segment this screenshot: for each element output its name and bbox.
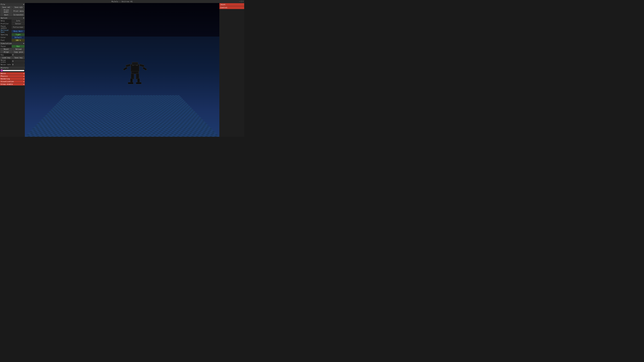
watch-icon: ◄: [23, 73, 24, 74]
busy-wait-btn[interactable]: Busy Wait: [12, 30, 24, 32]
option-section-header[interactable]: Option ▼: [0, 16, 25, 19]
simulation-key-row: Key: [0, 53, 25, 56]
run-btn[interactable]: Run: [12, 45, 24, 48]
control-item[interactable]: Control: [219, 6, 244, 9]
file-row2: Print model Print data: [0, 9, 25, 13]
file-section-header[interactable]: File ▼: [0, 3, 25, 6]
copy-pose-btn[interactable]: Copy pose: [12, 51, 24, 53]
simulation-noise-rate-row: Noise rate: [0, 63, 25, 66]
option-help-row: Help Info: [0, 19, 25, 22]
screenshot-btn[interactable]: Screenshot: [12, 13, 24, 16]
save-mjb-btn[interactable]: Save mjb: [12, 6, 24, 8]
file-row3: Quit Screenshot: [0, 13, 25, 16]
option-collapse-icon: ▼: [23, 17, 24, 19]
titlebar: MuJoCo : Unitree H1 — □ ✕: [0, 0, 244, 3]
left-panel: File ▼ Save xml Save mjb Print model Pri…: [0, 3, 25, 137]
default-color-btn[interactable]: Default: [12, 36, 24, 39]
simulation-collapse-icon: ▼: [23, 42, 24, 44]
reload-btn[interactable]: Reload: [12, 48, 24, 50]
svg-rect-4: [123, 67, 128, 70]
group-enable-label: Group enable: [1, 83, 13, 85]
rendering-section[interactable]: Rendering ◄: [0, 78, 25, 80]
maximize-btn[interactable]: □: [241, 0, 242, 2]
print-data-btn[interactable]: Print data: [12, 9, 24, 13]
file-collapse-icon: ▼: [23, 3, 24, 5]
print-model-btn[interactable]: Print model: [0, 9, 12, 13]
history-slider-container: [0, 69, 25, 72]
pause-label: Pause: [0, 45, 12, 47]
group-enable-icon: ◄: [23, 83, 24, 85]
align-btn[interactable]: Align: [0, 51, 12, 53]
joint-label: Joint: [220, 4, 226, 5]
physics-section[interactable]: Physics ◄: [0, 75, 25, 77]
svg-rect-12: [136, 82, 142, 84]
file-row1: Save xml Save mjb: [0, 6, 25, 9]
simulation-reset-row: Reset Reload: [0, 48, 25, 51]
option-section-label: Option: [1, 17, 8, 19]
svg-rect-1: [132, 62, 138, 65]
simulation-section-label: Simulation: [1, 42, 12, 44]
grid-floor: [25, 95, 219, 137]
minimize-btn[interactable]: —: [239, 0, 240, 2]
vsync-label: Vertical Sync: [0, 29, 12, 33]
fullscreen-btn[interactable]: Fullscreen: [12, 26, 24, 28]
key-input[interactable]: [12, 54, 24, 56]
option-pause-update-row: Pause update Fullscreen: [0, 25, 25, 29]
font-size-btn[interactable]: 100 %: [12, 39, 24, 41]
visualization-label: Visualization: [1, 81, 14, 82]
spacing-label: Spacing: [0, 34, 12, 35]
font-label: Font: [0, 39, 12, 41]
noise-rate-label: Noise rate: [0, 64, 12, 65]
robot-figure: [118, 59, 152, 86]
svg-rect-11: [128, 82, 133, 84]
simulation-align-row: Align Copy pose: [0, 51, 25, 53]
save-xml-btn[interactable]: Save xml: [0, 6, 12, 8]
group-enable-section[interactable]: Group enable ◄: [0, 83, 25, 85]
noise-scale-label: Noise scale: [0, 59, 12, 63]
history-section-label: History: [1, 67, 8, 69]
svg-rect-0: [131, 64, 139, 72]
profiler-label: Profiler: [0, 23, 12, 25]
visualization-section[interactable]: Visualization ◄: [0, 80, 25, 83]
file-section-label: File: [1, 3, 5, 5]
rendering-icon: ◄: [23, 78, 24, 80]
help-info-btn[interactable]: Info: [12, 19, 24, 22]
rendering-label: Rendering: [1, 78, 10, 80]
profiler-sensor-btn[interactable]: Sensor: [12, 22, 24, 25]
noise-scale-input[interactable]: [12, 60, 24, 62]
color-label: Color: [0, 36, 12, 38]
right-panel: Joint Control: [219, 3, 244, 137]
watch-label: Watch: [1, 72, 6, 74]
key-label: Key: [0, 54, 12, 56]
physics-label: Physics: [1, 75, 8, 77]
svg-rect-2: [126, 64, 131, 67]
title-text: MuJoCo : Unitree H1: [112, 0, 133, 3]
watch-section[interactable]: Watch ◄: [0, 72, 25, 75]
svg-rect-5: [142, 67, 147, 70]
simulation-pause-row: Pause Run: [0, 45, 25, 48]
svg-rect-13: [132, 65, 134, 66]
svg-rect-14: [136, 65, 138, 66]
history-slider[interactable]: [0, 70, 24, 71]
control-label: Control: [220, 7, 228, 8]
history-section-header[interactable]: History: [0, 66, 25, 69]
save-key-btn[interactable]: Save key: [12, 56, 24, 59]
joint-item[interactable]: Joint: [219, 3, 244, 6]
option-spacing-row: Spacing Tight: [0, 33, 25, 36]
tight-btn[interactable]: Tight: [12, 33, 24, 36]
simulation-loadkey-row: Load key Save key: [0, 56, 25, 59]
load-key-btn[interactable]: Load key: [0, 56, 12, 59]
help-label: Help: [0, 20, 12, 22]
physics-icon: ◄: [23, 75, 24, 77]
svg-rect-3: [139, 64, 144, 67]
close-btn[interactable]: ✕: [242, 0, 244, 2]
pause-update-label: Pause update: [0, 25, 12, 29]
simulation-section-header[interactable]: Simulation ▼: [0, 42, 25, 45]
quit-btn[interactable]: Quit: [0, 13, 12, 16]
noise-rate-input[interactable]: [12, 63, 24, 66]
option-font-row: Font 100 %: [0, 39, 25, 42]
option-color-row: Color Default: [0, 36, 25, 39]
reset-btn[interactable]: Reset: [0, 48, 12, 50]
simulation-noise-scale-row: Noise scale: [0, 59, 25, 63]
viewport[interactable]: [25, 3, 219, 137]
